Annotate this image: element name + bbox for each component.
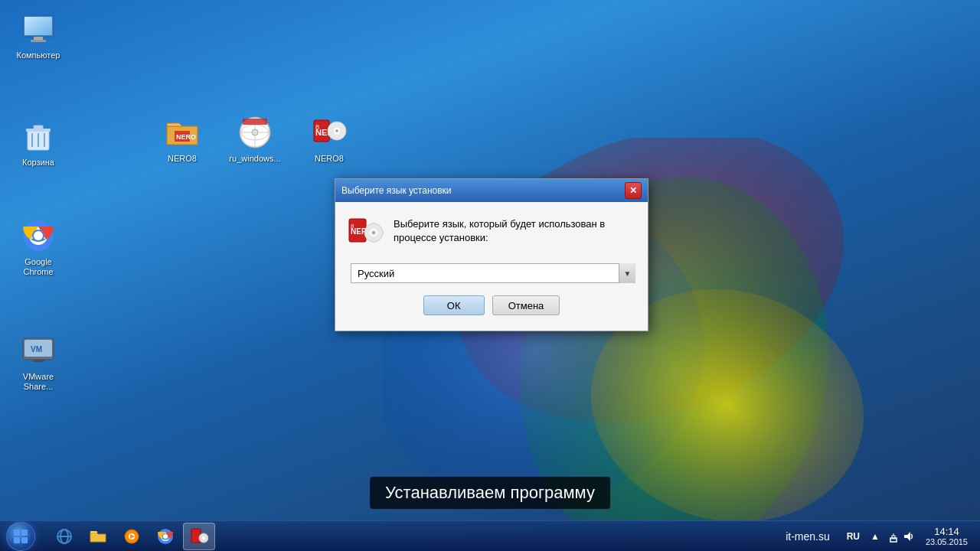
dialog-message: Выберите язык, который будет использован…	[394, 214, 635, 245]
svg-point-37	[335, 129, 338, 132]
taskbar-folder[interactable]	[82, 523, 114, 550]
folder-icon	[89, 527, 107, 546]
website-label: it-men.su	[786, 530, 830, 543]
volume-icon	[903, 530, 915, 543]
computer-icon-label: Компьютер	[17, 51, 60, 60]
taskbar-nero[interactable]	[183, 523, 215, 550]
computer-icon	[20, 11, 57, 47]
svg-point-60	[202, 536, 205, 540]
dialog-content: NERO 8 Выберите язык, который будет испо…	[335, 202, 648, 331]
svg-rect-31	[243, 119, 267, 125]
desktop-icon-nero8-folder[interactable]: NERO NERO8	[152, 111, 213, 167]
language-indicator[interactable]: RU	[844, 530, 863, 543]
taskbar: it-men.su RU ▲	[0, 520, 980, 551]
desktop-icon-ru-windows[interactable]: ru_windows...	[224, 111, 286, 167]
tray-expand-arrow[interactable]: ▲	[867, 530, 883, 543]
desktop-icon-recycle[interactable]: Корзина	[8, 115, 69, 171]
svg-rect-47	[21, 537, 28, 543]
start-orb[interactable]	[6, 522, 35, 551]
svg-rect-22	[32, 360, 44, 362]
svg-point-57	[163, 534, 168, 539]
nero8-dvd-icon: NERO 8	[311, 114, 348, 151]
nero8-folder-icon: NERO	[164, 114, 201, 151]
taskbar-mediaplayer[interactable]	[116, 523, 148, 550]
dialog-titlebar[interactable]: Выберите язык установки ✕	[335, 179, 648, 202]
system-tray	[887, 530, 915, 543]
language-select-wrapper: Русский English Deutsch Français Español…	[351, 263, 635, 283]
svg-rect-7	[34, 37, 43, 40]
svg-rect-45	[21, 530, 28, 536]
dialog-close-button[interactable]: ✕	[625, 182, 642, 199]
taskbar-chrome-icon	[156, 527, 175, 546]
nero8-folder-label: NERO8	[168, 154, 197, 164]
mediaplayer-icon	[122, 527, 141, 546]
taskbar-right: it-men.su RU ▲	[786, 524, 974, 548]
desktop-icon-computer[interactable]: Компьютер	[8, 8, 69, 64]
desktop-icon-vmware[interactable]: VM VMware Share...	[8, 329, 69, 395]
subtitle-text: Устанавливаем программу	[385, 483, 595, 502]
vmware-icon-label: VMware Share...	[11, 372, 66, 392]
svg-rect-46	[14, 537, 20, 543]
dialog-body: NERO 8 Выберите язык, который будет испо…	[348, 214, 635, 251]
cancel-button[interactable]: Отмена	[492, 295, 560, 315]
desktop-icon-chrome[interactable]: Google Chrome	[8, 214, 69, 280]
taskbar-chrome[interactable]	[149, 523, 181, 550]
language-dialog: Выберите язык установки ✕ NERO 8 Выберит…	[335, 178, 648, 331]
start-button[interactable]	[0, 521, 41, 552]
svg-point-30	[252, 129, 258, 135]
chrome-icon-label: Google Chrome	[11, 257, 66, 277]
svg-text:NERO: NERO	[176, 133, 196, 141]
svg-rect-6	[24, 17, 52, 35]
ru-windows-label: ru_windows...	[229, 154, 280, 164]
recycle-icon-label: Корзина	[22, 158, 54, 168]
ok-button[interactable]: ОК	[423, 295, 485, 315]
desktop-icon-nero8-dvd[interactable]: NERO 8 NERO8	[299, 111, 360, 167]
clock-date: 23.05.2015	[926, 537, 968, 546]
svg-rect-8	[31, 40, 46, 42]
svg-rect-44	[14, 530, 20, 536]
clock-area[interactable]: 14:14 23.05.2015	[920, 524, 974, 548]
svg-rect-58	[191, 529, 201, 543]
taskbar-ie[interactable]	[48, 523, 80, 550]
nero-taskbar-icon	[190, 527, 208, 546]
dialog-icon: NERO 8	[348, 214, 384, 251]
recycle-icon	[20, 118, 57, 155]
svg-point-18	[34, 231, 43, 240]
subtitle-bar: Устанавливаем программу	[370, 477, 610, 509]
nero8-dvd-label: NERO8	[315, 154, 344, 164]
language-select[interactable]: Русский English Deutsch Français Español	[351, 263, 635, 283]
windows-logo-icon	[12, 528, 29, 545]
svg-point-43	[372, 231, 376, 235]
dialog-title: Выберите язык установки	[341, 185, 452, 196]
network-tray-icon[interactable]	[887, 530, 900, 543]
svg-text:VM: VM	[31, 345, 42, 354]
dialog-dropdown-row: Русский English Deutsch Français Español…	[348, 263, 635, 283]
dialog-buttons: ОК Отмена	[348, 295, 635, 318]
desktop: Компьютер Корзина Google Chrome	[0, 0, 980, 551]
vmware-icon: VM	[20, 332, 57, 369]
ru-windows-icon	[237, 114, 273, 151]
clock-time: 14:14	[934, 526, 959, 537]
svg-marker-64	[904, 532, 910, 541]
svg-text:8: 8	[351, 223, 354, 230]
network-icon	[887, 530, 900, 543]
svg-rect-11	[34, 126, 43, 129]
svg-text:8: 8	[315, 123, 319, 131]
volume-tray-icon[interactable]	[903, 530, 915, 543]
chrome-icon	[20, 217, 57, 254]
ie-icon	[55, 527, 74, 546]
taskbar-apps	[47, 523, 786, 550]
